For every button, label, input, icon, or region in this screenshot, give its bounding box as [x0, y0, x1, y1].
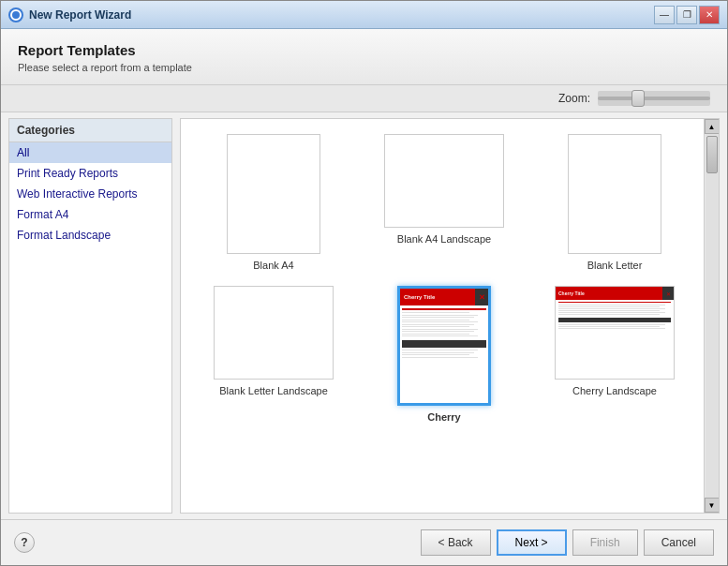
footer-bar: ? < Back Next > Finish Cancel: [1, 519, 727, 565]
cherry-landscape-title: Cherry Title: [558, 290, 585, 296]
next-button[interactable]: Next >: [497, 529, 567, 556]
template-blank-letter[interactable]: Blank Letter: [537, 134, 692, 271]
finish-button[interactable]: Finish: [572, 529, 638, 556]
cherry-landscape-corner: ✕: [662, 287, 674, 300]
template-label-blank-a4: Blank A4: [253, 260, 293, 271]
template-blank-letter-landscape[interactable]: Blank Letter Landscape: [196, 286, 351, 423]
zoom-slider[interactable]: [598, 91, 710, 106]
page-subtitle: Please select a report from a template: [18, 62, 710, 73]
template-preview-cherry: Cherry Title ✕: [397, 286, 491, 406]
scroll-down-arrow[interactable]: ▼: [705, 498, 720, 513]
sidebar-item-format-landscape[interactable]: Format Landscape: [9, 225, 171, 246]
cherry-header: Cherry Title ✕: [400, 289, 488, 305]
zoom-track: [598, 97, 710, 100]
footer-left: ?: [14, 532, 35, 553]
main-content: Categories All Print Ready Reports Web I…: [1, 112, 727, 519]
template-label-cherry-landscape: Cherry Landscape: [572, 385, 657, 396]
cherry-landscape-content: [556, 300, 674, 332]
sidebar-item-format-a4[interactable]: Format A4: [9, 204, 171, 225]
sidebar-item-web-interactive[interactable]: Web Interactive Reports: [9, 184, 171, 204]
template-label-blank-letter: Blank Letter: [587, 260, 643, 271]
cancel-button[interactable]: Cancel: [644, 529, 714, 556]
scroll-up-arrow[interactable]: ▲: [705, 119, 720, 134]
sidebar-item-all[interactable]: All: [9, 142, 171, 163]
help-button[interactable]: ?: [14, 532, 35, 553]
template-label-blank-letter-landscape: Blank Letter Landscape: [219, 385, 328, 396]
zoom-label: Zoom:: [558, 92, 590, 105]
categories-sidebar: Categories All Print Ready Reports Web I…: [8, 118, 172, 514]
template-preview-blank-letter-landscape: [214, 286, 334, 380]
template-preview-cherry-landscape: Cherry Title ✕: [555, 286, 675, 380]
template-preview-blank-a4: [227, 134, 320, 254]
scrollbar: ▲ ▼: [704, 119, 719, 513]
page-title: Report Templates: [18, 42, 710, 58]
header-section: Report Templates Please select a report …: [1, 29, 727, 85]
scroll-thumb[interactable]: [706, 136, 718, 173]
back-button[interactable]: < Back: [421, 529, 491, 556]
footer-right: < Back Next > Finish Cancel: [421, 529, 714, 556]
template-label-cherry: Cherry: [427, 411, 460, 423]
template-cherry-landscape[interactable]: Cherry Title ✕: [537, 286, 692, 423]
scroll-track: [706, 134, 719, 498]
template-label-blank-a4-landscape: Blank A4 Landscape: [397, 233, 491, 245]
zoom-bar: Zoom:: [1, 85, 727, 112]
cherry-landscape-x: ✕: [666, 290, 671, 297]
title-bar-buttons: — ❐ ✕: [654, 6, 720, 24]
restore-button[interactable]: ❐: [676, 6, 697, 24]
sidebar-header: Categories: [9, 119, 171, 142]
cherry-title-text: Cherry Title: [404, 294, 435, 300]
template-cherry[interactable]: Cherry Title ✕: [366, 286, 522, 423]
templates-grid: Blank A4 Blank A4 Landscape Blank Letter: [181, 119, 719, 438]
template-blank-a4-landscape[interactable]: Blank A4 Landscape: [366, 134, 522, 271]
zoom-thumb[interactable]: [631, 90, 645, 107]
template-preview-blank-a4-landscape: [384, 134, 504, 228]
window-title: New Report Wizard: [29, 8, 654, 22]
main-window: New Report Wizard — ❐ ✕ Report Templates…: [0, 0, 728, 566]
sidebar-item-print-ready[interactable]: Print Ready Reports: [9, 163, 171, 184]
template-preview-blank-letter: [568, 134, 661, 254]
template-blank-a4[interactable]: Blank A4: [196, 134, 351, 271]
close-button[interactable]: ✕: [699, 6, 720, 24]
cherry-corner: ✕: [475, 289, 488, 305]
cherry-content: [400, 305, 488, 362]
templates-area: ▲ ▼ Blank A4 Blank A4 Landsca: [172, 112, 727, 519]
minimize-button[interactable]: —: [654, 6, 675, 24]
title-bar: New Report Wizard — ❐ ✕: [1, 1, 727, 29]
window-icon: [8, 7, 23, 22]
cherry-x-icon: ✕: [479, 293, 485, 302]
cherry-landscape-header: Cherry Title ✕: [556, 287, 674, 300]
templates-scroll: ▲ ▼ Blank A4 Blank A4 Landsca: [180, 118, 720, 514]
